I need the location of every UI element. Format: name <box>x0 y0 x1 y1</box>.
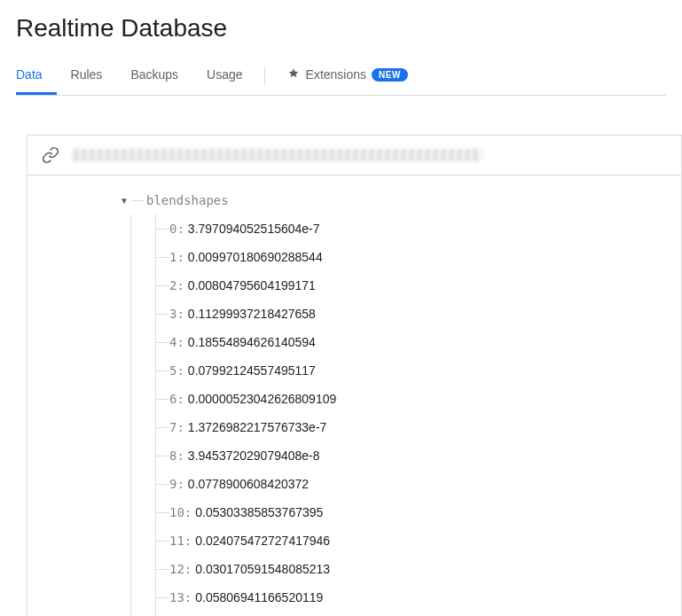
tree-item-key: 8: <box>169 448 184 463</box>
tree-item-key: 10: <box>169 505 192 519</box>
tree-item[interactable]: 14: 0.0852205902338028 <box>27 612 681 616</box>
tab-extensions-label: Extensions <box>306 67 366 82</box>
tab-rules[interactable]: Rules <box>57 57 117 95</box>
tree-item[interactable]: 9: 0.0778900608420372 <box>27 470 681 498</box>
tree-item[interactable]: 10: 0.05303385853767395 <box>27 498 681 526</box>
tree-item-value: 0.00804795604199171 <box>188 278 316 292</box>
extensions-icon <box>286 67 301 82</box>
tree-item-key: 12: <box>169 562 192 576</box>
tree-item-value: 0.0778900608420372 <box>188 477 309 491</box>
tree-item[interactable]: 1: 0.009970180690288544 <box>27 243 681 271</box>
tree-item-value: 0.00000523042626809109 <box>188 392 336 406</box>
tree-item-value: 0.024075472727417946 <box>195 534 330 548</box>
tree-item[interactable]: 11: 0.024075472727417946 <box>27 526 681 555</box>
tree-item-value: 0.07992124557495117 <box>188 363 316 378</box>
tree-item-key: 1: <box>169 250 184 264</box>
tree-item-key: 6: <box>169 392 184 406</box>
database-url-bar <box>27 135 682 175</box>
tree-root-key: blendshapes <box>146 193 229 207</box>
tab-extensions[interactable]: Extensions NEW <box>272 57 422 95</box>
tree-item-key: 0: <box>169 222 184 236</box>
tree-item-key: 11: <box>169 534 192 548</box>
tree-root-node[interactable]: ▼ blendshapes <box>27 186 681 214</box>
tab-data[interactable]: Data <box>16 57 57 95</box>
tree-item[interactable]: 4: 0.18554894626140594 <box>27 328 681 356</box>
tree-item-value: 0.05806941166520119 <box>195 590 323 604</box>
tree-item-value: 1.3726982217576733e-7 <box>188 420 327 434</box>
tree-item-value: 0.11299937218427658 <box>188 307 316 321</box>
tree-item[interactable]: 7: 1.3726982217576733e-7 <box>27 413 681 441</box>
tree-item[interactable]: 13: 0.05806941166520119 <box>27 583 681 612</box>
tree-item[interactable]: 0: 3.797094052515604e-7 <box>27 214 681 243</box>
tree-item-value: 3.797094052515604e-7 <box>188 222 320 236</box>
data-tree: ▼ blendshapes 0: 3.797094052515604e-71: … <box>27 175 682 616</box>
tree-item[interactable]: 12: 0.030170591548085213 <box>27 555 681 583</box>
tree-item-key: 4: <box>169 335 184 349</box>
new-badge: NEW <box>372 68 408 82</box>
tabs-bar: Data Rules Backups Usage Extensions NEW <box>16 57 666 96</box>
tree-item-value: 3.945372029079408e-8 <box>188 448 320 463</box>
database-url[interactable] <box>74 149 482 161</box>
page-title: Realtime Database <box>16 14 666 43</box>
tree-item-key: 13: <box>169 590 192 604</box>
tree-item[interactable]: 3: 0.11299937218427658 <box>27 300 681 328</box>
tree-item-key: 9: <box>169 477 184 491</box>
collapse-icon[interactable]: ▼ <box>120 196 129 206</box>
tab-backups[interactable]: Backups <box>116 57 192 95</box>
tree-item[interactable]: 2: 0.00804795604199171 <box>27 271 681 300</box>
tree-item[interactable]: 8: 3.945372029079408e-8 <box>27 441 681 470</box>
link-icon[interactable] <box>42 146 59 164</box>
tab-divider <box>264 67 265 85</box>
tree-item-key: 7: <box>169 420 184 434</box>
tree-item[interactable]: 6: 0.00000523042626809109 <box>27 385 681 413</box>
tree-children: 0: 3.797094052515604e-71: 0.009970180690… <box>27 214 681 616</box>
tree-item-key: 5: <box>169 363 184 378</box>
tab-usage[interactable]: Usage <box>192 57 256 95</box>
tree-item-value: 0.009970180690288544 <box>188 250 323 264</box>
tree-item-key: 3: <box>169 307 184 321</box>
tree-item-value: 0.05303385853767395 <box>195 505 323 519</box>
tree-item-value: 0.030170591548085213 <box>195 562 330 576</box>
tree-item-key: 2: <box>169 278 184 292</box>
tree-item[interactable]: 5: 0.07992124557495117 <box>27 356 681 385</box>
tree-item-value: 0.18554894626140594 <box>188 335 316 349</box>
